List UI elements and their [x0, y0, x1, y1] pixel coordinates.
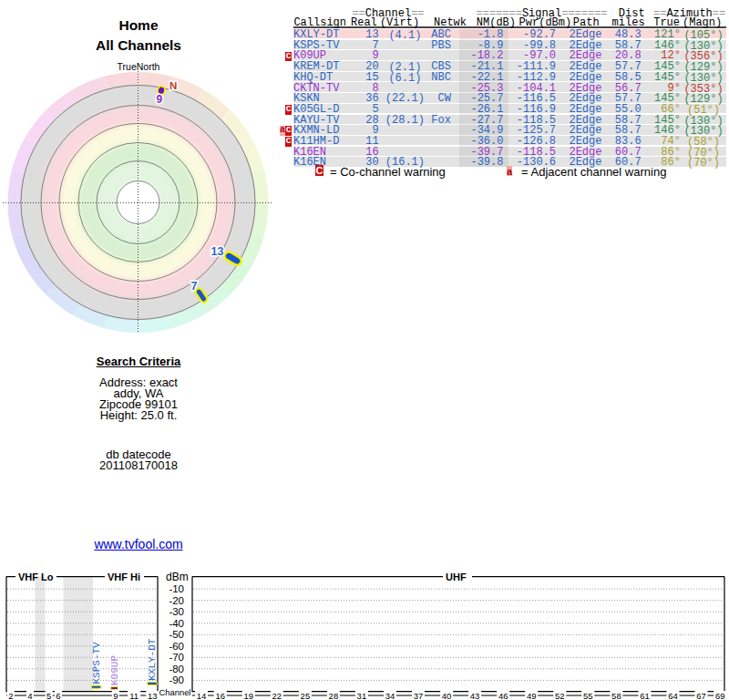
svg-text:55: 55 — [583, 691, 593, 700]
svg-text:22: 22 — [272, 691, 282, 700]
svg-text:KXLY-DT: KXLY-DT — [147, 638, 158, 681]
svg-text:Channel: Channel — [159, 687, 191, 697]
svg-text:64: 64 — [668, 691, 678, 700]
svg-text:2: 2 — [8, 691, 13, 700]
svg-text:28: 28 — [329, 691, 339, 700]
svg-text:VHF Hi: VHF Hi — [108, 571, 140, 582]
svg-text:-30: -30 — [169, 606, 184, 617]
svg-text:N: N — [169, 80, 177, 91]
svg-text:19: 19 — [244, 691, 254, 700]
svg-text:-80: -80 — [169, 664, 184, 674]
svg-text:46: 46 — [498, 691, 508, 700]
svg-text:9: 9 — [157, 93, 163, 106]
svg-text:16: 16 — [215, 691, 225, 700]
svg-text:K09UP: K09UP — [109, 655, 120, 685]
svg-text:-40: -40 — [169, 618, 184, 629]
svg-text:25: 25 — [301, 691, 311, 700]
svg-text:13: 13 — [211, 245, 224, 258]
svg-text:37: 37 — [414, 691, 424, 700]
svg-text:-10: -10 — [169, 583, 184, 594]
svg-text:11: 11 — [129, 691, 139, 700]
svg-text:6: 6 — [56, 691, 60, 700]
svg-text:13: 13 — [148, 691, 158, 700]
svg-text:58: 58 — [611, 691, 621, 700]
svg-text:dBm: dBm — [166, 571, 189, 583]
svg-text:9: 9 — [113, 691, 118, 700]
svg-text:40: 40 — [442, 691, 452, 700]
svg-text:31: 31 — [357, 691, 367, 700]
svg-text:KSPS-TV: KSPS-TV — [91, 642, 102, 685]
svg-text:-90: -90 — [169, 674, 184, 685]
svg-text:-70: -70 — [169, 652, 184, 663]
svg-text:VHF Lo: VHF Lo — [18, 571, 54, 582]
svg-text:-20: -20 — [169, 595, 184, 606]
svg-text:-60: -60 — [169, 641, 184, 652]
svg-text:52: 52 — [555, 691, 565, 700]
svg-text:14: 14 — [197, 691, 207, 700]
svg-text:43: 43 — [470, 691, 480, 700]
svg-text:34: 34 — [385, 691, 395, 700]
svg-text:67: 67 — [696, 691, 706, 700]
svg-text:-50: -50 — [169, 629, 184, 640]
svg-text:69: 69 — [715, 691, 725, 700]
svg-text:UHF: UHF — [446, 571, 467, 582]
svg-text:49: 49 — [527, 691, 537, 700]
svg-text:61: 61 — [640, 691, 650, 700]
svg-text:5: 5 — [46, 691, 51, 700]
svg-text:4: 4 — [27, 691, 32, 700]
svg-text:7: 7 — [191, 280, 198, 293]
